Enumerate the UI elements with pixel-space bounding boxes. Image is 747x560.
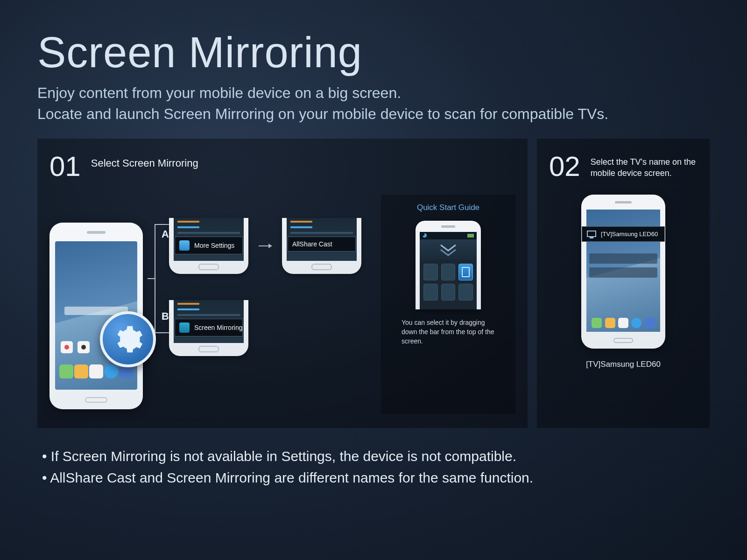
- phone-allshare-cast: AllShare Cast: [282, 218, 361, 274]
- quick-start-phone: [416, 221, 481, 309]
- step-02-panel: 02 Select the TV's name on the mobile de…: [537, 139, 710, 428]
- chevron-down-icon: [439, 243, 458, 256]
- app-icon: [89, 364, 103, 378]
- settings-tile-icon: [179, 240, 190, 251]
- footer-note-1: If Screen Mirroring is not available in …: [42, 446, 710, 468]
- arrow-right-icon: [259, 245, 272, 246]
- app-icon: [59, 364, 73, 378]
- page-title: Screen Mirroring: [37, 28, 710, 77]
- more-settings-label: More Settings: [194, 242, 234, 249]
- app-icon: [631, 318, 641, 328]
- quick-start-title: Quick Start Guide: [417, 203, 479, 212]
- step-01-title: Select Screen Mirroring: [91, 153, 198, 170]
- quick-tile: [423, 264, 438, 280]
- panels-row: 01 Select Screen Mirroring: [37, 139, 710, 428]
- quick-tile: [423, 284, 438, 301]
- phone-illustration: [49, 223, 143, 409]
- quick-tile: [441, 284, 456, 301]
- app-icon: [74, 364, 88, 378]
- quick-tile: [458, 284, 473, 301]
- monitor-icon: [587, 231, 596, 237]
- branch-b-label: B: [162, 310, 169, 322]
- record-icon: [61, 341, 73, 353]
- app-icon: [592, 318, 602, 328]
- tv-cast-label: [TV]Samsung LED60: [601, 231, 658, 238]
- step-01-header: 01 Select Screen Mirroring: [49, 153, 515, 181]
- step-02-number: 02: [549, 153, 580, 181]
- tv-cast-row: [TV]Samsung LED60: [582, 226, 665, 242]
- subtitle-line-2: Locate and launch Screen Mirroring on yo…: [37, 104, 710, 125]
- header: Screen Mirroring Enjoy content from your…: [37, 28, 710, 125]
- step-02-title: Select the TV's name on the mobile devic…: [591, 153, 698, 179]
- app-icon: [618, 318, 628, 328]
- screen-mirroring-label: Screen Mirroring: [194, 324, 242, 331]
- tv-caption: [TV]Samsung LED60: [586, 360, 661, 369]
- app-icon: [605, 318, 615, 328]
- mirroring-tile-icon: [179, 322, 190, 333]
- app-icon: [104, 364, 118, 378]
- phone-screen-mirroring: Screen Mirroring: [169, 300, 248, 356]
- footer-note-2: AllShare Cast and Screen Mirroring are d…: [42, 467, 710, 489]
- allshare-cast-label: AllShare Cast: [292, 240, 332, 248]
- branch-diagram: A B More Settings: [148, 195, 376, 414]
- branch-a-label: A: [162, 228, 169, 240]
- step-01-number: 01: [49, 153, 81, 181]
- app-icon: [645, 318, 655, 328]
- step-02-header: 02 Select the TV's name on the mobile de…: [549, 153, 698, 181]
- phone-more-settings: More Settings: [169, 218, 248, 274]
- quick-start-text: You can select it by dragging down the b…: [402, 318, 495, 346]
- quick-tile: [441, 264, 456, 280]
- step-01-panel: 01 Select Screen Mirroring: [37, 139, 528, 428]
- battery-icon: [467, 234, 474, 238]
- subtitle-line-1: Enjoy content from your mobile device on…: [37, 83, 710, 104]
- camera-icon: [78, 341, 90, 353]
- quick-tile-mirroring: [458, 264, 473, 280]
- wifi-icon: [423, 233, 427, 238]
- quick-start-box: Quick Start Guide: [381, 195, 515, 414]
- footer-notes: If Screen Mirroring is not available in …: [37, 446, 710, 489]
- phone-select-tv: [TV]Samsung LED60: [581, 195, 665, 349]
